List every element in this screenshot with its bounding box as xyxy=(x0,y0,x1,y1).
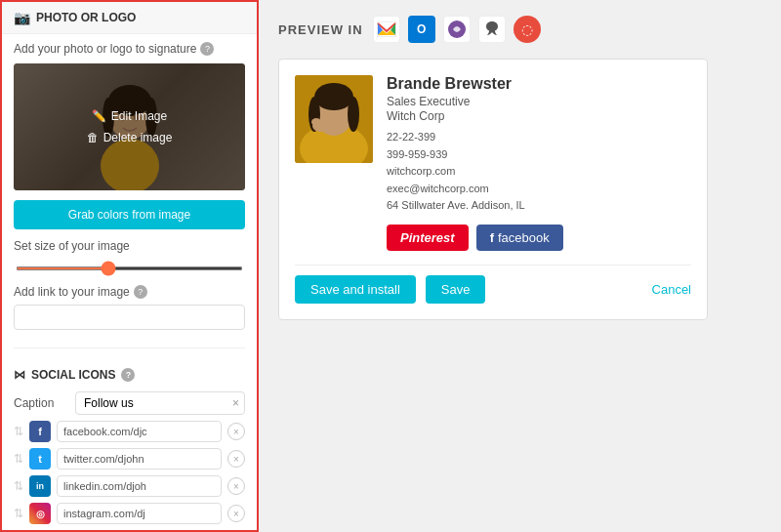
facebook-remove-btn[interactable]: × xyxy=(227,423,245,440)
linkedin-remove-btn[interactable]: × xyxy=(227,477,245,495)
preview-header: PREVIEW IN O xyxy=(278,16,761,43)
preview-card-divider xyxy=(295,265,691,266)
social-row-facebook: ⇅ f × xyxy=(14,421,245,442)
caption-input[interactable] xyxy=(75,391,245,415)
facebook-drag-handle[interactable]: ⇅ xyxy=(14,425,23,438)
caption-row: Caption × xyxy=(14,391,245,415)
signature-content: Brande Brewster Sales Executive Witch Co… xyxy=(295,75,691,251)
social-header-label: SOCIAL ICONS xyxy=(31,368,115,382)
photo-header-label: PHOTO OR LOGO xyxy=(36,11,136,24)
instagram-input[interactable] xyxy=(57,503,222,524)
cancel-button[interactable]: Cancel xyxy=(652,282,691,297)
save-button[interactable]: Save xyxy=(426,275,486,304)
facebook-btn-label: facebook xyxy=(498,230,550,245)
grab-colors-button[interactable]: Grab colors from image xyxy=(14,200,245,229)
facebook-button[interactable]: f facebook xyxy=(476,225,563,251)
preview-label: PREVIEW IN xyxy=(278,22,363,37)
thunderbird-icon[interactable] xyxy=(443,16,471,43)
outlook-icon[interactable]: O xyxy=(408,16,435,43)
svg-point-12 xyxy=(314,83,353,110)
twitter-drag-handle[interactable]: ⇅ xyxy=(14,452,23,466)
linkedin-drag-handle[interactable]: ⇅ xyxy=(14,479,23,493)
gmail-icon[interactable] xyxy=(373,16,400,43)
caption-input-wrap: × xyxy=(75,391,245,415)
instagram-remove-btn[interactable]: × xyxy=(227,505,245,522)
signature-photo xyxy=(295,75,373,163)
social-help-icon[interactable]: ? xyxy=(121,368,135,382)
apple-mail-icon[interactable] xyxy=(478,16,506,43)
section-divider xyxy=(14,348,245,348)
preview-card: Brande Brewster Sales Executive Witch Co… xyxy=(278,59,708,320)
action-buttons: Save and install Save Cancel xyxy=(295,275,691,304)
link-input[interactable] xyxy=(14,305,245,330)
social-row-twitter: ⇅ t × xyxy=(14,448,245,470)
size-slider-container xyxy=(14,259,245,273)
add-link-text: Add link to your image xyxy=(14,285,130,299)
twitter-icon-badge: t xyxy=(29,448,51,470)
sig-details: 22-22-399 399-959-939 witchcorp.com exec… xyxy=(387,129,691,215)
twitter-remove-btn[interactable]: × xyxy=(227,450,245,468)
edit-image-btn[interactable]: ✏️ Edit Image xyxy=(92,109,167,123)
social-row-instagram: ⇅ ◎ × xyxy=(14,503,245,524)
caption-clear-btn[interactable]: × xyxy=(232,396,239,410)
svg-point-14 xyxy=(348,97,359,132)
delete-image-label: Delete image xyxy=(103,131,173,144)
edit-image-label: Edit Image xyxy=(111,109,167,123)
photo-section: Add your photo or logo to signature ? xyxy=(2,34,257,364)
sig-phone2: 399-959-939 xyxy=(387,148,447,160)
facebook-input[interactable] xyxy=(57,421,222,442)
other-mail-icon[interactable]: ◌ xyxy=(514,16,541,43)
twitter-input[interactable] xyxy=(57,448,222,470)
facebook-icon-badge: f xyxy=(29,421,51,442)
save-install-button[interactable]: Save and install xyxy=(295,275,416,304)
trash-icon: 🗑 xyxy=(87,131,99,144)
photo-section-header: 📷 PHOTO OR LOGO xyxy=(2,2,257,34)
camera-icon: 📷 xyxy=(14,10,30,25)
pencil-icon: ✏️ xyxy=(92,109,106,123)
pinterest-icon: Pinterest xyxy=(400,230,455,245)
email-client-icons: O ◌ xyxy=(373,16,541,43)
social-row-linkedin: ⇅ in × xyxy=(14,475,245,497)
sig-phone1: 22-22-399 xyxy=(387,131,435,143)
sig-title: Sales Executive xyxy=(387,95,691,108)
size-slider[interactable] xyxy=(16,266,243,270)
add-photo-text: Add your photo or logo to signature xyxy=(14,42,196,56)
pinterest-button[interactable]: Pinterest xyxy=(387,225,469,251)
sig-email: exec@witchcorp.com xyxy=(387,183,489,194)
share-icon: ⋈ xyxy=(14,368,25,382)
image-overlay: ✏️ Edit Image 🗑 Delete image xyxy=(14,63,245,190)
svg-point-16 xyxy=(311,118,321,126)
caption-label: Caption xyxy=(14,396,67,410)
left-panel: 📷 PHOTO OR LOGO Add your photo or logo t… xyxy=(0,0,259,532)
sig-company: Witch Corp xyxy=(387,109,691,123)
add-photo-label-row: Add your photo or logo to signature ? xyxy=(14,42,245,56)
image-preview[interactable]: ✏️ Edit Image 🗑 Delete image xyxy=(14,63,245,190)
instagram-drag-handle[interactable]: ⇅ xyxy=(14,507,23,520)
signature-info: Brande Brewster Sales Executive Witch Co… xyxy=(387,75,691,251)
social-icons-section: ⋈ SOCIAL ICONS ? Caption × ⇅ f × ⇅ t × xyxy=(2,364,257,532)
set-size-label: Set size of your image xyxy=(14,239,245,253)
sig-address: 64 Stillwater Ave. Addison, IL xyxy=(387,199,525,211)
right-panel: PREVIEW IN O xyxy=(259,0,781,532)
sig-name: Brande Brewster xyxy=(387,75,691,93)
photo-help-icon[interactable]: ? xyxy=(200,42,214,56)
add-link-label-row: Add link to your image ? xyxy=(14,285,245,299)
delete-image-btn[interactable]: 🗑 Delete image xyxy=(87,131,173,144)
linkedin-input[interactable] xyxy=(57,475,222,497)
social-section-header: ⋈ SOCIAL ICONS ? xyxy=(14,368,245,382)
instagram-icon-badge: ◎ xyxy=(29,503,51,524)
link-help-icon[interactable]: ? xyxy=(134,285,147,299)
sig-person-svg xyxy=(295,75,373,163)
facebook-btn-icon: f xyxy=(490,230,494,245)
sig-social-buttons: Pinterest f facebook xyxy=(387,225,691,251)
sig-web: witchcorp.com xyxy=(387,165,455,177)
linkedin-icon-badge: in xyxy=(29,475,51,497)
